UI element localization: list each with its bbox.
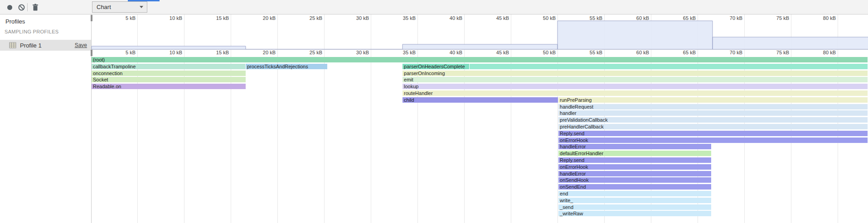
flame-bar-parseronincoming[interactable]: parserOnIncoming xyxy=(402,71,868,76)
flame-ruler-tick-label: 20 kB xyxy=(250,50,276,56)
overview-area xyxy=(92,21,868,49)
flame-ruler-tick-label: 25 kB xyxy=(297,50,322,56)
flame-bar-readable-on[interactable]: Readable.on xyxy=(92,84,246,89)
chart-view-select-value: Chart xyxy=(92,4,140,10)
flame-bar-onsendhook[interactable]: onSendHook xyxy=(558,177,711,183)
flame-bar-runpreparsing[interactable]: runPreParsing xyxy=(558,97,868,103)
record-button[interactable] xyxy=(4,0,15,14)
flame-bar-emit[interactable]: emit xyxy=(402,77,868,82)
flame-ruler-tick-label: 15 kB xyxy=(204,50,229,56)
profiles-sidebar: Profiles SAMPLING PROFILES Profile 1 Sav… xyxy=(0,14,92,223)
flame-bar-end[interactable]: end xyxy=(558,191,711,196)
chart-view-select[interactable]: Chart xyxy=(92,1,147,13)
profile-grid-icon xyxy=(9,42,16,49)
flame-bar-callbacktrampoline[interactable]: callbackTrampoline xyxy=(92,64,245,69)
memory-profiler-panel: Chart Profiles SAMPLING PROFILES Profile… xyxy=(0,0,868,223)
flame-ruler-tick-label: 50 kB xyxy=(530,50,556,56)
flame-bar--send[interactable]: _send xyxy=(558,204,711,210)
flame-ruler-tick-label: 35 kB xyxy=(390,50,416,56)
flame-ruler-tick-label: 45 kB xyxy=(484,50,509,56)
flame-ruler-tick-label: 70 kB xyxy=(717,50,742,56)
flame-ruler-tick-label: 10 kB xyxy=(157,50,182,56)
toolbar-separator xyxy=(27,3,28,11)
flame-ruler-tick-label: 5 kB xyxy=(110,50,136,56)
toolbar: Chart xyxy=(0,0,868,14)
ban-icon xyxy=(18,4,25,11)
allocation-overview[interactable] xyxy=(92,14,868,50)
active-tab-indicator xyxy=(128,0,160,1)
flame-bar-handleerror[interactable]: handleError xyxy=(558,144,711,149)
flame-ruler-tick-label: 80 kB xyxy=(810,50,836,56)
trash-icon xyxy=(32,4,39,11)
flame-ruler-tick-label: 65 kB xyxy=(670,50,696,56)
overview-baseline xyxy=(92,49,868,50)
flame-bar--writeraw[interactable]: _writeRaw xyxy=(558,211,711,216)
flame-bar-reply-send[interactable]: Reply.send xyxy=(558,131,868,136)
flame-bar-onerrorhook[interactable]: onErrorHook xyxy=(558,138,868,143)
flame-ruler-tick-label: 55 kB xyxy=(577,50,602,56)
flame-bar-child[interactable]: child xyxy=(402,97,558,103)
flame-bar-socket[interactable]: Socket xyxy=(92,77,246,82)
chevron-down-icon xyxy=(140,6,143,8)
flame-ruler-tick-label: 40 kB xyxy=(437,50,462,56)
flame-bar-onerrorhook[interactable]: onErrorHook xyxy=(558,164,711,170)
flame-bar-defaulterrorhandler[interactable]: defaultErrorHandler xyxy=(558,151,711,156)
flame-ruler-tick-label: 75 kB xyxy=(764,50,789,56)
delete-profile-button[interactable] xyxy=(30,0,41,14)
flame-bar-onsendend[interactable]: onSendEnd xyxy=(558,184,711,190)
flame-bar-routehandler[interactable]: routeHandler xyxy=(402,90,868,96)
flame-bar-lookup[interactable]: lookup xyxy=(402,84,868,89)
flame-bar-parseronheaderscomplete[interactable]: parserOnHeadersComplete xyxy=(402,64,469,69)
flame-bar-processticksandrejections[interactable]: processTicksAndRejections xyxy=(246,64,327,69)
flame-bar-handler[interactable]: handler xyxy=(558,110,868,116)
sidebar-item-profile-1[interactable]: Profile 1 Save xyxy=(0,40,91,51)
clear-button[interactable] xyxy=(16,0,27,14)
flame-bar--root-[interactable]: (root) xyxy=(92,57,868,62)
flame-bar-prehandlercallback[interactable]: preHandlerCallback xyxy=(558,124,868,129)
flame-bar-onconnection[interactable]: onconnection xyxy=(92,71,246,76)
sidebar-section-sampling-profiles: SAMPLING PROFILES xyxy=(5,29,58,34)
flame-bar-write-[interactable]: write_ xyxy=(558,198,711,203)
overview-left-range-handle[interactable] xyxy=(91,15,92,21)
allocation-flame-chart[interactable]: 5 kB10 kB15 kB20 kB25 kB30 kB35 kB40 kB4… xyxy=(92,14,868,223)
flame-ruler-tick-label: 60 kB xyxy=(624,50,649,56)
record-icon xyxy=(7,5,12,10)
flame-bar-handleerror[interactable]: handleError xyxy=(558,171,711,176)
flame-bar-reply-send[interactable]: Reply.send xyxy=(558,157,711,163)
flame-ruler-tick-label: 30 kB xyxy=(344,50,369,56)
flame-bar-handlerequest[interactable]: handleRequest xyxy=(558,104,868,109)
sidebar-title: Profiles xyxy=(5,18,25,25)
flame-left-range-handle[interactable] xyxy=(91,50,92,56)
profile-name: Profile 1 xyxy=(20,42,75,49)
save-profile-link[interactable]: Save xyxy=(75,42,87,48)
flame-bar-prevalidationcallback[interactable]: preValidationCallback xyxy=(558,117,868,123)
flame-bar[interactable] xyxy=(470,64,868,69)
